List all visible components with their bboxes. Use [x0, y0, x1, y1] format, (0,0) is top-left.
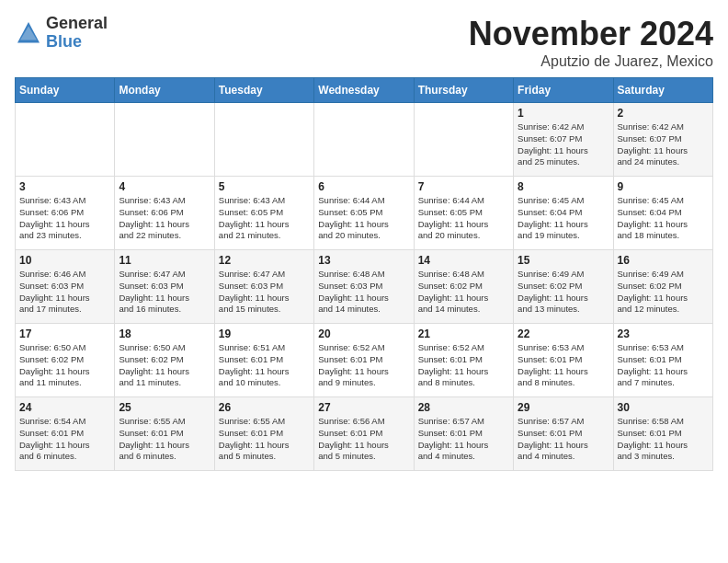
- calendar-week-row: 10Sunrise: 6:46 AM Sunset: 6:03 PM Dayli…: [16, 250, 713, 324]
- calendar-week-row: 24Sunrise: 6:54 AM Sunset: 6:01 PM Dayli…: [16, 397, 713, 471]
- calendar-cell: [414, 103, 513, 177]
- day-number: 16: [618, 254, 709, 267]
- calendar-header-row: SundayMondayTuesdayWednesdayThursdayFrid…: [16, 78, 713, 103]
- calendar-week-row: 17Sunrise: 6:50 AM Sunset: 6:02 PM Dayli…: [16, 324, 713, 397]
- calendar-cell: 30Sunrise: 6:58 AM Sunset: 6:01 PM Dayli…: [613, 397, 712, 471]
- day-number: 5: [219, 180, 310, 193]
- col-header-monday: Monday: [115, 78, 214, 103]
- day-info: Sunrise: 6:46 AM Sunset: 6:03 PM Dayligh…: [19, 269, 110, 316]
- day-number: 19: [219, 327, 310, 340]
- calendar-cell: 13Sunrise: 6:48 AM Sunset: 6:03 PM Dayli…: [314, 250, 414, 324]
- day-number: 28: [418, 401, 509, 414]
- day-info: Sunrise: 6:57 AM Sunset: 6:01 PM Dayligh…: [418, 416, 509, 463]
- calendar-cell: 5Sunrise: 6:43 AM Sunset: 6:05 PM Daylig…: [214, 177, 313, 250]
- day-info: Sunrise: 6:45 AM Sunset: 6:04 PM Dayligh…: [518, 195, 609, 242]
- calendar-week-row: 3Sunrise: 6:43 AM Sunset: 6:06 PM Daylig…: [16, 177, 713, 250]
- calendar-cell: 14Sunrise: 6:48 AM Sunset: 6:02 PM Dayli…: [414, 250, 513, 324]
- calendar-cell: 22Sunrise: 6:53 AM Sunset: 6:01 PM Dayli…: [514, 324, 613, 397]
- calendar-cell: [314, 103, 414, 177]
- day-number: 23: [618, 327, 709, 340]
- day-number: 26: [219, 401, 310, 414]
- day-number: 8: [518, 180, 609, 193]
- calendar-cell: 19Sunrise: 6:51 AM Sunset: 6:01 PM Dayli…: [214, 324, 313, 397]
- day-number: 22: [518, 327, 609, 340]
- calendar-cell: 23Sunrise: 6:53 AM Sunset: 6:01 PM Dayli…: [613, 324, 712, 397]
- calendar-cell: 26Sunrise: 6:55 AM Sunset: 6:01 PM Dayli…: [214, 397, 313, 471]
- calendar-cell: 7Sunrise: 6:44 AM Sunset: 6:05 PM Daylig…: [414, 177, 513, 250]
- day-number: 13: [318, 254, 409, 267]
- calendar-cell: 8Sunrise: 6:45 AM Sunset: 6:04 PM Daylig…: [514, 177, 613, 250]
- calendar-cell: 12Sunrise: 6:47 AM Sunset: 6:03 PM Dayli…: [214, 250, 313, 324]
- day-number: 1: [518, 107, 609, 120]
- day-info: Sunrise: 6:50 AM Sunset: 6:02 PM Dayligh…: [119, 342, 210, 389]
- day-info: Sunrise: 6:45 AM Sunset: 6:04 PM Dayligh…: [618, 195, 709, 242]
- day-info: Sunrise: 6:53 AM Sunset: 6:01 PM Dayligh…: [518, 342, 609, 389]
- day-number: 20: [318, 327, 409, 340]
- day-info: Sunrise: 6:55 AM Sunset: 6:01 PM Dayligh…: [219, 416, 310, 463]
- day-number: 6: [318, 180, 409, 193]
- day-info: Sunrise: 6:57 AM Sunset: 6:01 PM Dayligh…: [518, 416, 609, 463]
- day-info: Sunrise: 6:54 AM Sunset: 6:01 PM Dayligh…: [19, 416, 110, 463]
- col-header-wednesday: Wednesday: [314, 78, 414, 103]
- day-info: Sunrise: 6:48 AM Sunset: 6:03 PM Dayligh…: [318, 269, 409, 316]
- day-info: Sunrise: 6:43 AM Sunset: 6:06 PM Dayligh…: [119, 195, 210, 242]
- calendar-cell: [214, 103, 313, 177]
- calendar-cell: 6Sunrise: 6:44 AM Sunset: 6:05 PM Daylig…: [314, 177, 414, 250]
- calendar-cell: 16Sunrise: 6:49 AM Sunset: 6:02 PM Dayli…: [613, 250, 712, 324]
- day-number: 3: [19, 180, 110, 193]
- day-info: Sunrise: 6:49 AM Sunset: 6:02 PM Dayligh…: [518, 269, 609, 316]
- day-number: 30: [618, 401, 709, 414]
- calendar-cell: 1Sunrise: 6:42 AM Sunset: 6:07 PM Daylig…: [514, 103, 613, 177]
- calendar-cell: 11Sunrise: 6:47 AM Sunset: 6:03 PM Dayli…: [115, 250, 214, 324]
- calendar-cell: 4Sunrise: 6:43 AM Sunset: 6:06 PM Daylig…: [115, 177, 214, 250]
- calendar-cell: 10Sunrise: 6:46 AM Sunset: 6:03 PM Dayli…: [16, 250, 115, 324]
- day-number: 21: [418, 327, 509, 340]
- day-info: Sunrise: 6:50 AM Sunset: 6:02 PM Dayligh…: [19, 342, 110, 389]
- day-info: Sunrise: 6:51 AM Sunset: 6:01 PM Dayligh…: [219, 342, 310, 389]
- calendar-cell: 24Sunrise: 6:54 AM Sunset: 6:01 PM Dayli…: [16, 397, 115, 471]
- calendar-cell: 21Sunrise: 6:52 AM Sunset: 6:01 PM Dayli…: [414, 324, 513, 397]
- col-header-friday: Friday: [514, 78, 613, 103]
- day-info: Sunrise: 6:55 AM Sunset: 6:01 PM Dayligh…: [119, 416, 210, 463]
- day-info: Sunrise: 6:43 AM Sunset: 6:05 PM Dayligh…: [219, 195, 310, 242]
- logo-general: General: [46, 15, 108, 33]
- day-info: Sunrise: 6:52 AM Sunset: 6:01 PM Dayligh…: [318, 342, 409, 389]
- location: Aputzio de Juarez, Mexico: [469, 53, 713, 70]
- day-info: Sunrise: 6:52 AM Sunset: 6:01 PM Dayligh…: [418, 342, 509, 389]
- logo-text: General Blue: [46, 15, 108, 52]
- day-number: 12: [219, 254, 310, 267]
- day-number: 25: [119, 401, 210, 414]
- calendar-cell: 20Sunrise: 6:52 AM Sunset: 6:01 PM Dayli…: [314, 324, 414, 397]
- title-block: November 2024 Aputzio de Juarez, Mexico: [469, 15, 713, 70]
- day-info: Sunrise: 6:44 AM Sunset: 6:05 PM Dayligh…: [418, 195, 509, 242]
- day-number: 11: [119, 254, 210, 267]
- day-info: Sunrise: 6:56 AM Sunset: 6:01 PM Dayligh…: [318, 416, 409, 463]
- calendar-cell: [16, 103, 115, 177]
- calendar-cell: 9Sunrise: 6:45 AM Sunset: 6:04 PM Daylig…: [613, 177, 712, 250]
- col-header-tuesday: Tuesday: [214, 78, 313, 103]
- day-number: 18: [119, 327, 210, 340]
- page-header: General Blue November 2024 Aputzio de Ju…: [15, 15, 713, 70]
- calendar-cell: 18Sunrise: 6:50 AM Sunset: 6:02 PM Dayli…: [115, 324, 214, 397]
- calendar-cell: 2Sunrise: 6:42 AM Sunset: 6:07 PM Daylig…: [613, 103, 712, 177]
- day-info: Sunrise: 6:47 AM Sunset: 6:03 PM Dayligh…: [119, 269, 210, 316]
- calendar-cell: 28Sunrise: 6:57 AM Sunset: 6:01 PM Dayli…: [414, 397, 513, 471]
- col-header-sunday: Sunday: [16, 78, 115, 103]
- day-info: Sunrise: 6:42 AM Sunset: 6:07 PM Dayligh…: [618, 121, 709, 168]
- calendar-week-row: 1Sunrise: 6:42 AM Sunset: 6:07 PM Daylig…: [16, 103, 713, 177]
- logo-icon: [15, 19, 42, 47]
- day-info: Sunrise: 6:58 AM Sunset: 6:01 PM Dayligh…: [618, 416, 709, 463]
- calendar-cell: 15Sunrise: 6:49 AM Sunset: 6:02 PM Dayli…: [514, 250, 613, 324]
- day-number: 7: [418, 180, 509, 193]
- day-number: 17: [19, 327, 110, 340]
- day-info: Sunrise: 6:43 AM Sunset: 6:06 PM Dayligh…: [19, 195, 110, 242]
- day-number: 27: [318, 401, 409, 414]
- calendar-cell: 25Sunrise: 6:55 AM Sunset: 6:01 PM Dayli…: [115, 397, 214, 471]
- logo-blue: Blue: [46, 33, 108, 52]
- calendar-table: SundayMondayTuesdayWednesdayThursdayFrid…: [15, 77, 713, 471]
- logo: General Blue: [15, 15, 108, 52]
- day-number: 29: [518, 401, 609, 414]
- day-number: 9: [618, 180, 709, 193]
- day-info: Sunrise: 6:47 AM Sunset: 6:03 PM Dayligh…: [219, 269, 310, 316]
- col-header-saturday: Saturday: [613, 78, 712, 103]
